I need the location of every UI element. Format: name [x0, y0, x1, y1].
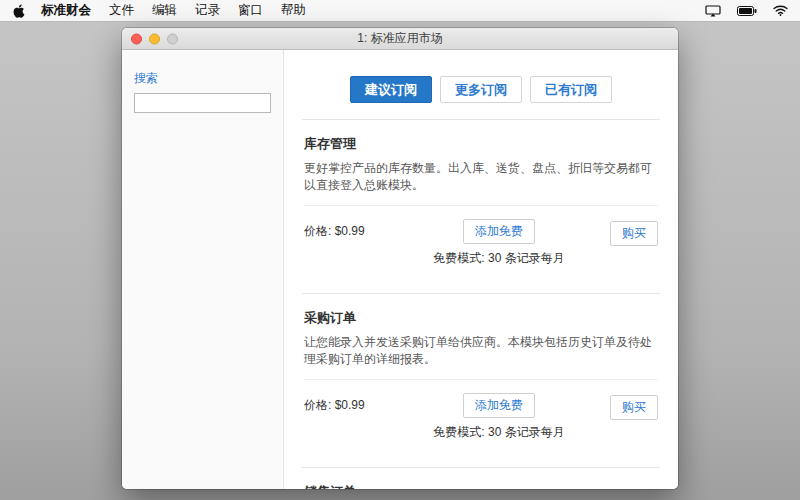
module-title: 采购订单 — [304, 309, 658, 327]
divider — [304, 205, 658, 206]
price-row: 价格: $0.99 添加免费 免费模式: 30 条记录每月 购买 — [304, 393, 658, 441]
buy-button[interactable]: 购买 — [610, 221, 658, 246]
window-title: 1: 标准应用市场 — [357, 30, 442, 47]
sidebar: 搜索 — [122, 50, 284, 489]
apple-menu-icon[interactable] — [12, 4, 25, 18]
module-title: 库存管理 — [304, 135, 658, 153]
tab-more-subscriptions[interactable]: 更多订阅 — [440, 76, 522, 103]
minimize-button[interactable] — [149, 33, 160, 44]
wifi-icon[interactable] — [773, 5, 788, 16]
module-card-inventory: 库存管理 更好掌控产品的库存数量。出入库、送货、盘点、折旧等交易都可以直接登入总… — [302, 120, 660, 294]
window-body: 搜索 建议订阅 更多订阅 已有订阅 库存管理 更好掌控产品的库存数量。出入库、送… — [122, 50, 678, 489]
module-description: 更好掌控产品的库存数量。出入库、送货、盘点、折旧等交易都可以直接登入总账模块。 — [304, 160, 658, 195]
menu-app-name[interactable]: 标准财会 — [41, 2, 91, 19]
menu-help[interactable]: 帮助 — [281, 2, 306, 19]
search-label: 搜索 — [134, 70, 271, 87]
tab-suggested-subscriptions[interactable]: 建议订阅 — [350, 76, 432, 103]
free-column: 添加免费 免费模式: 30 条记录每月 — [424, 393, 574, 441]
add-free-button[interactable]: 添加免费 — [463, 219, 535, 244]
add-free-button[interactable]: 添加免费 — [463, 393, 535, 418]
airplay-display-icon[interactable] — [705, 5, 721, 17]
main-content: 建议订阅 更多订阅 已有订阅 库存管理 更好掌控产品的库存数量。出入库、送货、盘… — [284, 50, 678, 489]
buy-button[interactable]: 购买 — [610, 395, 658, 420]
menu-record[interactable]: 记录 — [195, 2, 220, 19]
free-mode-note: 免费模式: 30 条记录每月 — [424, 250, 574, 267]
divider — [304, 379, 658, 380]
price-label: 价格: $0.99 — [304, 219, 424, 240]
menu-window[interactable]: 窗口 — [238, 2, 263, 19]
menu-edit[interactable]: 编辑 — [152, 2, 177, 19]
buy-column: 购买 — [574, 219, 658, 246]
module-list: 库存管理 更好掌控产品的库存数量。出入库、送货、盘点、折旧等交易都可以直接登入总… — [302, 119, 660, 489]
titlebar[interactable]: 1: 标准应用市场 — [122, 28, 678, 50]
search-input[interactable] — [134, 93, 271, 113]
module-card-sales-orders: 销售订单 让您能录入并确认发送销售订单给客户。请在演示帐套试用本模块。 价格: … — [302, 468, 660, 489]
app-window: 1: 标准应用市场 搜索 建议订阅 更多订阅 已有订阅 库存管理 更好掌控产品的… — [122, 28, 678, 489]
price-label: 价格: $0.99 — [304, 393, 424, 414]
module-description: 让您能录入并发送采购订单给供应商。本模块包括历史订单及待处理采购订单的详细报表。 — [304, 334, 658, 369]
desktop: { "menubar": { "app_name": "标准财会", "item… — [0, 0, 800, 500]
module-title: 销售订单 — [304, 483, 658, 489]
menubar-status-area — [705, 5, 788, 17]
free-column: 添加免费 免费模式: 30 条记录每月 — [424, 219, 574, 267]
buy-column: 购买 — [574, 393, 658, 420]
subscription-tabs: 建议订阅 更多订阅 已有订阅 — [302, 76, 660, 119]
zoom-button[interactable] — [167, 33, 178, 44]
menubar: 标准财会 文件 编辑 记录 窗口 帮助 — [0, 0, 800, 22]
tab-owned-subscriptions[interactable]: 已有订阅 — [530, 76, 612, 103]
close-button[interactable] — [131, 33, 142, 44]
menu-file[interactable]: 文件 — [109, 2, 134, 19]
traffic-lights — [131, 33, 178, 44]
module-card-purchase-orders: 采购订单 让您能录入并发送采购订单给供应商。本模块包括历史订单及待处理采购订单的… — [302, 294, 660, 468]
free-mode-note: 免费模式: 30 条记录每月 — [424, 424, 574, 441]
battery-icon[interactable] — [737, 6, 757, 16]
price-row: 价格: $0.99 添加免费 免费模式: 30 条记录每月 购买 — [304, 219, 658, 267]
